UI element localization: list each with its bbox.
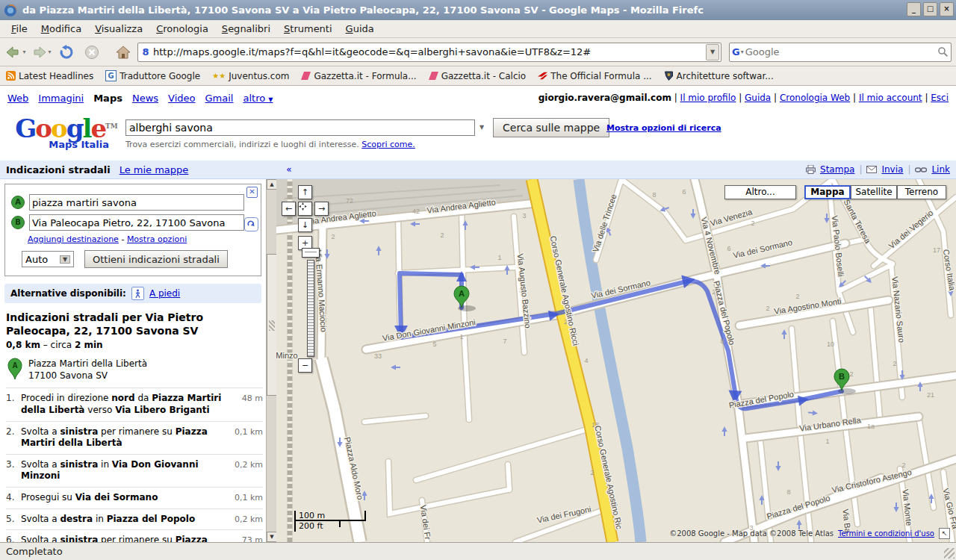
window-titlebar: da Piazza Martiri della Libertà, 17100 S…: [0, 0, 956, 20]
maps-search-input[interactable]: [125, 119, 475, 136]
zoom-out-button[interactable]: −: [298, 358, 312, 373]
walking-directions-link[interactable]: A piedi: [149, 288, 180, 299]
bookmark-official-formula[interactable]: The Official Formula ...: [538, 71, 651, 81]
reload-button[interactable]: [55, 41, 78, 63]
link-cronologia-web[interactable]: Cronologia Web: [780, 93, 850, 103]
direction-step[interactable]: 4.Prosegui su Via dei Sormano0,1 km: [6, 487, 263, 508]
close-form-icon[interactable]: ✕: [246, 187, 258, 198]
bookmark-latest-headlines[interactable]: Latest Headlines: [6, 71, 93, 81]
travel-mode-select[interactable]: Auto▼: [22, 251, 74, 267]
minimize-button[interactable]: _: [907, 2, 921, 16]
stop-button[interactable]: [81, 41, 103, 63]
menu-guida[interactable]: Guida: [339, 22, 381, 36]
forward-button[interactable]: ▾: [30, 41, 52, 63]
map-type-altro[interactable]: Altro...: [724, 185, 796, 199]
maximize-button[interactable]: □: [923, 2, 937, 16]
direction-step[interactable]: 5.Svolta a destra in Piazza del Popolo0,…: [6, 508, 263, 530]
pan-center-button[interactable]: [298, 202, 312, 216]
menu-visualizza[interactable]: Visualizza: [88, 22, 149, 36]
search-maps-button[interactable]: Cerca sulle mappe: [493, 118, 609, 137]
terms-link[interactable]: Termini e condizioni d'uso: [838, 529, 934, 538]
directions-heading: Indicazioni stradali per Via Pietro Pale…: [6, 311, 260, 337]
panel-scrollbar[interactable]: ▲ ▼: [266, 179, 276, 542]
pan-up-button[interactable]: ↑: [298, 185, 312, 199]
map-type-satellite[interactable]: Satellite: [851, 185, 897, 199]
pan-down-button[interactable]: ↓: [298, 218, 312, 232]
swap-route-button[interactable]: [244, 217, 258, 231]
bookmark-juventus[interactable]: ★★ Juventus.com: [212, 71, 289, 81]
bookmark-traduttore-google[interactable]: G Traduttore Google: [105, 70, 200, 81]
expand-corner-icon[interactable]: ↖: [939, 528, 950, 539]
pan-left-button[interactable]: ←: [282, 202, 296, 216]
collapse-panel-button[interactable]: «: [283, 164, 295, 175]
show-options-link[interactable]: Mostra opzioni: [127, 234, 187, 244]
menu-modifica[interactable]: Modifica: [34, 22, 88, 36]
link-link[interactable]: Link: [931, 164, 950, 175]
link-esci[interactable]: Esci: [931, 93, 949, 103]
destination-input[interactable]: [29, 214, 244, 231]
badge-b: B: [11, 216, 25, 229]
tab-video[interactable]: Video: [168, 93, 195, 104]
magnifier-icon[interactable]: [937, 46, 949, 57]
map-type-mappa[interactable]: Mappa: [804, 185, 851, 199]
start-input[interactable]: [29, 194, 244, 211]
zoom-slider-thumb[interactable]: [302, 248, 320, 258]
add-destination-link[interactable]: Aggiungi destinazione: [28, 234, 119, 244]
site-favicon: 8: [140, 46, 152, 58]
menu-cronologia[interactable]: Cronologia: [149, 22, 215, 36]
house-number: 4: [584, 357, 588, 364]
forward-dropdown-icon[interactable]: ▾: [48, 49, 51, 55]
url-bar[interactable]: 8 ▼: [137, 43, 721, 62]
bookmark-gazzetta-formula[interactable]: Gazzetta.it - Formula...: [301, 71, 416, 81]
back-button[interactable]: ▾: [4, 41, 27, 63]
search-options-link[interactable]: Mostra opzioni di ricerca: [606, 123, 721, 133]
start-location-row[interactable]: A Piazza Martiri della Libertà 17100 Sav…: [7, 358, 260, 382]
navigation-toolbar: ▾ ▾ 8 ▼ G ▾: [0, 38, 956, 66]
browser-search-input[interactable]: [744, 46, 937, 58]
zoom-slider[interactable]: [307, 260, 314, 357]
link-guida[interactable]: Guida: [745, 93, 771, 103]
get-directions-button[interactable]: Ottieni indicazioni stradali: [84, 250, 228, 268]
my-maps-link[interactable]: Le mie mappe: [120, 164, 189, 175]
search-engine-icon[interactable]: G: [732, 46, 740, 57]
menu-segnalibri[interactable]: Segnalibri: [215, 22, 277, 36]
scroll-down-icon[interactable]: ▼: [267, 532, 277, 542]
url-dropdown-icon[interactable]: ▼: [706, 44, 719, 60]
bookmarks-bar: Latest Headlines G Traduttore Google ★★ …: [0, 66, 956, 86]
tab-immagini[interactable]: Immagini: [38, 93, 84, 104]
map-canvas[interactable]: 724222313228533178626282210211a843218242…: [276, 179, 956, 542]
back-dropdown-icon[interactable]: ▾: [22, 49, 25, 55]
query-dropdown-icon[interactable]: ▼: [476, 122, 488, 134]
scopri-come-link[interactable]: Scopri come.: [361, 140, 415, 149]
house-number: 2: [893, 360, 896, 367]
tab-altro[interactable]: altro ▼: [243, 93, 273, 104]
bookmark-gazzetta-calcio[interactable]: Gazzetta.it - Calcio: [429, 71, 527, 81]
directions-list: 1.Procedi in direzione nord da Piazza Ma…: [6, 388, 263, 542]
map-type-terreno[interactable]: Terreno: [897, 185, 946, 199]
send-link[interactable]: Invia: [881, 164, 903, 175]
direction-step[interactable]: 3.Svolta a sinistra in Via Don Giovanni …: [6, 454, 263, 487]
direction-step[interactable]: 2.Svolta a sinistra per rimanere su Piaz…: [6, 421, 263, 454]
house-number: 2: [901, 461, 905, 469]
map-attribution: ©2008 Google - Map data ©2008 Tele Atlas…: [669, 528, 950, 539]
close-button[interactable]: ×: [940, 2, 954, 16]
resize-grip[interactable]: [944, 548, 955, 559]
pan-right-button[interactable]: →: [314, 202, 329, 216]
google-maps-header: GoogleTM Maps Italia ▼ Cerca sulle mappe…: [0, 110, 956, 161]
url-input[interactable]: [152, 46, 706, 58]
home-button[interactable]: [112, 41, 134, 63]
menu-strumenti[interactable]: Strumenti: [277, 22, 339, 36]
tab-web[interactable]: Web: [7, 93, 28, 104]
bookmark-architetture[interactable]: Architetture softwar...: [664, 71, 774, 81]
scroll-up-icon[interactable]: ▲: [267, 179, 277, 190]
tab-news[interactable]: News: [132, 93, 158, 104]
direction-step[interactable]: 1.Procedi in direzione nord da Piazza Ma…: [6, 388, 263, 420]
scrollbar-thumb[interactable]: [267, 254, 277, 396]
link-profilo[interactable]: Il mio profilo: [680, 93, 736, 103]
direction-step[interactable]: 6.Svolta a sinistra per rimanere su Piaz…: [6, 529, 263, 542]
link-account[interactable]: Il mio account: [859, 93, 922, 103]
tab-gmail[interactable]: Gmail: [205, 93, 234, 104]
print-link[interactable]: Stampa: [820, 164, 854, 175]
menu-file[interactable]: File: [4, 22, 34, 36]
browser-search-box[interactable]: G ▾: [729, 43, 952, 62]
